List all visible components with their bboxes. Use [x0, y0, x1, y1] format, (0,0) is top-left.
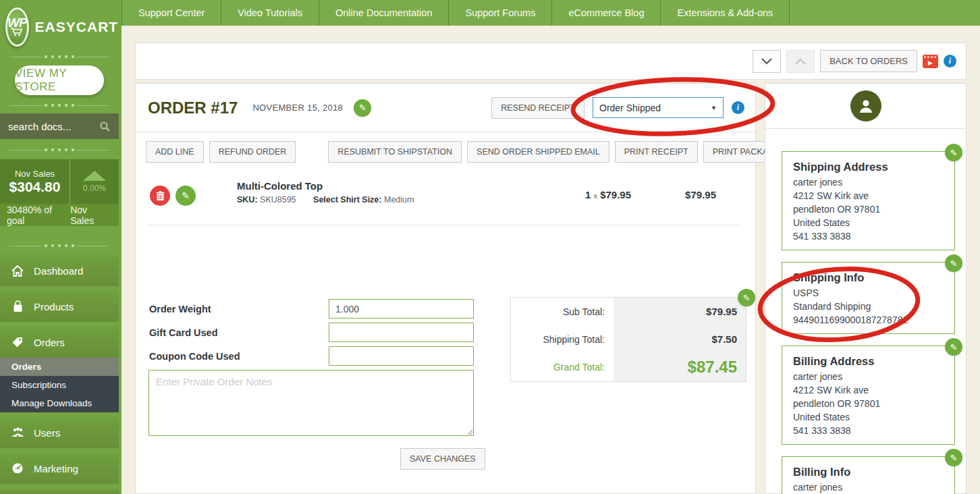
add-line-button[interactable]: ADD LINE — [146, 141, 204, 163]
nav-tab-support-forums[interactable]: Support Forums — [449, 0, 552, 26]
order-detail-panel: ORDER #17 NOVEMBER 15, 2018 ✎ RESEND REC… — [135, 83, 756, 494]
gift-card-input[interactable] — [329, 323, 474, 342]
submenu-item-orders[interactable]: Orders — [0, 358, 119, 376]
coupon-code-input[interactable] — [329, 346, 474, 366]
edit-shipping-info-button[interactable]: ✎ — [945, 254, 962, 272]
order-title: ORDER #17 — [148, 99, 238, 117]
resend-receipt-button[interactable]: RESEND RECEIPT — [491, 97, 584, 119]
search-icon[interactable] — [99, 121, 111, 132]
order-actions: ADD LINE REFUND ORDER RESUBMIT TO SHIPST… — [136, 132, 755, 171]
prev-order-button[interactable] — [786, 50, 815, 73]
search-docs-input[interactable]: search docs... — [0, 113, 119, 139]
trash-icon — [156, 191, 165, 201]
users-icon — [11, 427, 24, 439]
divider-dots — [9, 53, 109, 61]
refund-order-button[interactable]: REFUND ORDER — [209, 141, 296, 163]
film-strip-decor — [924, 56, 937, 58]
submenu-item-manage-downloads[interactable]: Manage Downloads — [0, 394, 119, 412]
grand-total-value: $87.45 — [614, 354, 746, 381]
sku-label: SKU: — [237, 195, 258, 204]
pencil-icon: ✎ — [950, 148, 958, 158]
address-line: pendleton OR 97801 — [793, 202, 944, 216]
sidebar-menu: Dashboard Products Orders Orders Subscri… — [0, 255, 119, 494]
home-icon — [11, 265, 24, 277]
order-totals: ✎ Sub Total: Shipping Total: Grand Total… — [510, 297, 746, 382]
sidebar-item-marketing[interactable]: Marketing — [0, 453, 119, 484]
shipping-total-label: Shipping Total: — [511, 325, 614, 353]
order-weight-input[interactable] — [329, 299, 474, 319]
edit-billing-address-button[interactable]: ✎ — [945, 338, 962, 356]
pencil-icon: ✎ — [950, 258, 958, 269]
chevron-up-icon — [795, 58, 806, 65]
sidebar-item-users[interactable]: Users — [0, 417, 119, 448]
nav-tab-video-tutorials[interactable]: Video Tutorials — [221, 0, 319, 26]
edit-billing-info-button[interactable]: ✎ — [945, 449, 962, 466]
sidebar-item-label: Marketing — [34, 463, 78, 474]
sku-value: SKU8595 — [260, 195, 296, 204]
sidebar-item-products[interactable]: Products — [0, 291, 119, 322]
sidebar-item-label: Users — [34, 427, 60, 439]
pencil-icon: ✎ — [950, 342, 958, 352]
grand-total-label: Grand Total: — [511, 354, 614, 381]
resubmit-shipstation-button[interactable]: RESUBMIT TO SHIPSTATION — [328, 141, 462, 163]
billing-address-card: ✎ Billing Address carter jones 4212 SW K… — [782, 346, 955, 445]
easycart-admin-page: Support Center Video Tutorials Online Do… — [0, 0, 980, 494]
address-line: United States — [793, 216, 944, 229]
unit-price: $79.95 — [600, 189, 631, 200]
orders-submenu: Orders Subscriptions Manage Downloads — [0, 358, 119, 412]
brand-header: WP EASYCART — [0, 0, 119, 51]
sales-change-percent: 0.00% — [83, 184, 106, 193]
edit-line-button[interactable]: ✎ — [175, 186, 196, 206]
address-line: carter jones — [793, 370, 944, 383]
line-total: $79.95 — [662, 189, 716, 200]
order-toolbar: BACK TO ORDERS ▶ i — [135, 43, 967, 80]
user-avatar-icon[interactable] — [850, 90, 881, 121]
sales-amount: $304.80 — [9, 179, 61, 195]
coupon-code-label: Coupon Code Used — [149, 351, 240, 362]
sales-widget: Nov Sales $304.80 0.00% 30480% of goal N… — [0, 159, 119, 226]
order-line-item: ✎ Multi-Colored Top SKU: SKU8595 Select … — [136, 171, 755, 225]
sidebar: WP EASYCART VIEW MY STORE search docs...… — [0, 0, 121, 494]
play-icon: ▶ — [928, 58, 933, 68]
nav-tab-ecommerce-blog[interactable]: eCommerce Blog — [552, 0, 661, 26]
order-status-select[interactable]: Order Shipped ▼ — [593, 97, 724, 118]
product-name: Multi-Colored Top — [237, 180, 414, 192]
save-changes-button[interactable]: SAVE CHANGES — [400, 448, 485, 470]
qty-times: x — [593, 192, 597, 200]
info-icon[interactable]: i — [944, 55, 956, 67]
shopping-bag-icon — [11, 300, 24, 312]
back-to-orders-button[interactable]: BACK TO ORDERS — [820, 50, 917, 72]
private-order-notes-textarea[interactable] — [148, 370, 474, 436]
pencil-icon: ✎ — [743, 293, 751, 303]
edit-totals-button[interactable]: ✎ — [738, 289, 755, 306]
gift-card-label: Gift Card Used — [149, 327, 218, 338]
price-tag-icon — [11, 336, 24, 348]
address-line: 541 333 3838 — [793, 229, 944, 243]
qty-value: 1 — [585, 189, 591, 200]
view-my-store-button[interactable]: VIEW MY STORE — [15, 65, 104, 95]
sidebar-item-dashboard[interactable]: Dashboard — [0, 255, 119, 286]
edit-date-button[interactable]: ✎ — [354, 99, 371, 117]
pencil-icon: ✎ — [950, 453, 958, 463]
line-quantity: 1 x $79.95 — [568, 189, 649, 200]
next-order-button[interactable] — [753, 50, 781, 73]
sidebar-item-label: Dashboard — [34, 265, 83, 277]
submenu-item-subscriptions[interactable]: Subscriptions — [0, 376, 119, 394]
sidebar-item-orders[interactable]: Orders — [0, 327, 119, 358]
shipping-info-title: Shipping Info — [793, 271, 944, 284]
nav-tab-extensions-addons[interactable]: Extensions & Add-ons — [661, 0, 790, 26]
send-shipped-email-button[interactable]: SEND ORDER SHIPPED EMAIL — [467, 141, 609, 163]
video-tutorial-icon[interactable]: ▶ — [923, 55, 938, 68]
gauge-icon — [11, 462, 24, 474]
billing-info-card: ✎ Billing Info carter jones — [782, 456, 955, 494]
address-line: 4212 SW Kirk ave — [793, 189, 944, 202]
carrier-line: USPS — [793, 286, 944, 300]
goal-period-label: Nov Sales — [70, 204, 112, 226]
print-receipt-button[interactable]: PRINT RECEIPT — [615, 141, 698, 163]
edit-shipping-address-button[interactable]: ✎ — [945, 144, 962, 161]
nav-tab-online-documentation[interactable]: Online Documentation — [319, 0, 449, 26]
status-info-icon[interactable]: i — [732, 101, 744, 114]
option-label: Select Shirt Size: — [313, 195, 381, 204]
delete-line-button[interactable] — [150, 186, 170, 206]
nav-tab-support-center[interactable]: Support Center — [121, 0, 221, 26]
